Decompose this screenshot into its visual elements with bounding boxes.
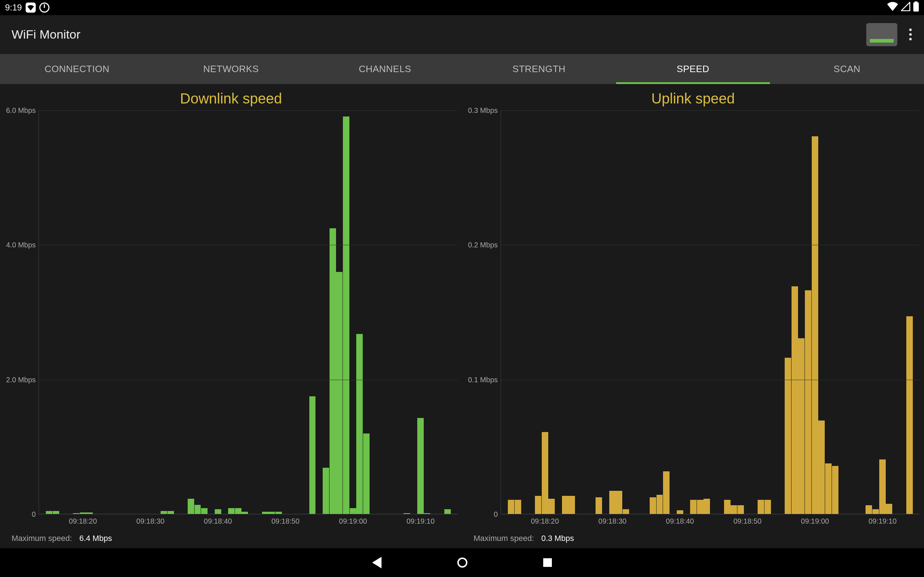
x-tick-label: 09:18:40: [666, 517, 694, 525]
y-tick-label: 4.0 Mbps: [6, 241, 36, 249]
data-bar: [764, 500, 771, 514]
app-title: WiFi Monitor: [11, 27, 81, 42]
data-bar: [188, 499, 194, 514]
uplink-y-axis: 00.1 Mbps0.2 Mbps0.3 Mbps: [466, 110, 501, 514]
overflow-menu-button[interactable]: [905, 29, 915, 40]
x-tick-label: 09:18:50: [271, 517, 300, 525]
tab-connection[interactable]: CONNECTION: [0, 54, 154, 84]
data-bar: [758, 500, 764, 514]
data-bar: [906, 316, 913, 514]
nav-recent-button[interactable]: [543, 558, 552, 567]
data-bar: [548, 499, 555, 514]
y-tick-label: 0: [494, 510, 498, 519]
data-bar: [343, 116, 349, 514]
data-bar: [562, 496, 569, 514]
uplink-chart-pane: Uplink speed 00.1 Mbps0.2 Mbps0.3 Mbps 0…: [462, 84, 924, 548]
data-bar: [866, 505, 872, 514]
data-bar: [832, 466, 838, 514]
android-nav-bar: [0, 548, 924, 577]
battery-icon: [913, 2, 919, 14]
y-tick-label: 0.2 Mbps: [468, 241, 498, 249]
dots-vertical-icon: [909, 29, 912, 31]
data-bar: [737, 505, 744, 514]
toggle-chart-button[interactable]: [866, 23, 897, 46]
tab-channels[interactable]: CHANNELS: [308, 54, 462, 84]
tab-networks[interactable]: NETWORKS: [154, 54, 308, 84]
y-tick-label: 0.3 Mbps: [468, 106, 498, 115]
downlink-chart-title: Downlink speed: [4, 90, 458, 107]
data-bar: [235, 508, 241, 514]
x-tick-label: 09:19:10: [868, 517, 897, 525]
y-tick-label: 6.0 Mbps: [6, 106, 36, 115]
data-bar: [215, 509, 221, 514]
downlink-plot-area: [39, 110, 458, 514]
uplink-chart-title: Uplink speed: [466, 90, 920, 107]
x-tick-label: 09:19:00: [339, 517, 367, 525]
downlink-max-value: 6.4 Mbps: [79, 534, 112, 543]
svg-rect-1: [914, 2, 918, 3]
downlink-footer: Maximum speed: 6.4 Mbps: [4, 529, 458, 545]
downlink-x-axis: 09:18:2009:18:3009:18:4009:18:5009:19:00…: [39, 514, 458, 529]
data-bar: [228, 508, 234, 514]
status-time: 9:19: [5, 3, 22, 13]
uplink-plot-area: [501, 110, 920, 514]
y-tick-label: 0.1 Mbps: [468, 376, 498, 384]
data-bar: [444, 509, 451, 514]
data-bar: [569, 496, 575, 514]
uplink-x-axis: 09:18:2009:18:3009:18:4009:18:5009:19:00…: [501, 514, 920, 529]
system-icon: [39, 3, 50, 13]
main-content: Downlink speed 02.0 Mbps4.0 Mbps6.0 Mbps…: [0, 84, 924, 548]
x-tick-label: 09:18:50: [733, 517, 762, 525]
nav-home-button[interactable]: [457, 558, 467, 567]
data-bar: [697, 500, 703, 514]
tab-strength[interactable]: STRENGTH: [462, 54, 616, 84]
x-tick-label: 09:18:30: [136, 517, 165, 525]
data-bar: [805, 290, 811, 514]
data-bar: [350, 508, 356, 514]
y-tick-label: 2.0 Mbps: [6, 376, 36, 384]
downlink-max-label: Maximum speed:: [11, 534, 72, 543]
x-tick-label: 09:19:10: [406, 517, 435, 525]
data-bar: [886, 504, 892, 514]
data-bar: [201, 508, 208, 514]
downlink-chart-pane: Downlink speed 02.0 Mbps4.0 Mbps6.0 Mbps…: [0, 84, 462, 548]
android-status-bar: 9:19: [0, 0, 924, 15]
x-tick-label: 09:18:30: [598, 517, 627, 525]
data-bar: [417, 418, 424, 514]
data-bar: [798, 338, 804, 514]
data-bar: [515, 500, 521, 514]
data-bar: [609, 491, 616, 514]
wifi-app-icon: [26, 3, 36, 13]
data-bar: [792, 286, 798, 514]
uplink-footer: Maximum speed: 0.3 Mbps: [466, 529, 920, 545]
data-bar: [596, 497, 602, 514]
x-tick-label: 09:19:00: [801, 517, 829, 525]
data-bar: [730, 505, 737, 514]
svg-rect-0: [913, 3, 919, 11]
data-bar: [616, 491, 622, 514]
data-bar: [330, 228, 336, 514]
data-bar: [663, 471, 670, 514]
data-bar: [535, 496, 541, 514]
tab-speed[interactable]: SPEED: [616, 54, 770, 84]
uplink-max-label: Maximum speed:: [473, 534, 534, 543]
data-bar: [825, 463, 832, 514]
x-tick-label: 09:18:20: [69, 517, 97, 525]
data-bar: [623, 509, 629, 514]
data-bar: [818, 421, 825, 514]
tab-scan[interactable]: SCAN: [770, 54, 924, 84]
wifi-signal-icon: [887, 2, 898, 13]
data-bar: [309, 396, 316, 514]
uplink-max-value: 0.3 Mbps: [541, 534, 574, 543]
data-bar: [508, 500, 514, 514]
data-bar: [542, 432, 548, 514]
data-bar: [812, 136, 818, 514]
data-bar: [356, 334, 363, 514]
downlink-y-axis: 02.0 Mbps4.0 Mbps6.0 Mbps: [4, 110, 39, 514]
x-tick-label: 09:18:20: [531, 517, 559, 525]
data-bar: [195, 505, 201, 514]
x-tick-label: 09:18:40: [204, 517, 232, 525]
nav-back-button[interactable]: [372, 557, 381, 568]
data-bar: [724, 500, 730, 514]
data-bar: [336, 272, 342, 514]
